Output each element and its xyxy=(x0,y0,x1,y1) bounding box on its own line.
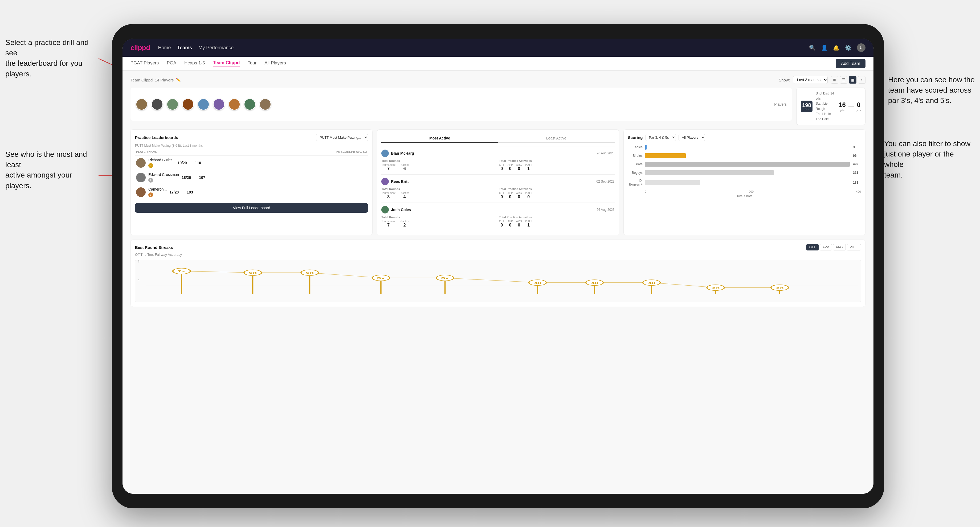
pac-practice-label-3: Total Practice Activities xyxy=(499,216,615,219)
chart-row-bogeys: Bogeys 311 xyxy=(628,170,861,175)
pac-ott-num-1: 0 xyxy=(499,167,504,171)
streaks-tab-arg[interactable]: ARG xyxy=(833,244,846,251)
view-full-leaderboard-button[interactable]: View Full Leaderboard xyxy=(135,203,368,213)
pac-app-num-1: 0 xyxy=(508,167,513,171)
chart-label-dbogeys: D. Bogeys + xyxy=(628,179,643,186)
pac-avatar-2 xyxy=(381,178,389,185)
lb-row-1[interactable]: Richard Butler... 1 19/20 110 xyxy=(135,156,368,170)
yds-num-1: 16 xyxy=(838,101,846,109)
player-avatar-8[interactable] xyxy=(244,98,256,110)
pac-rounds-label-1: Total Rounds xyxy=(381,159,497,162)
svg-text:3x: 3x xyxy=(711,287,719,289)
settings-icon[interactable]: ⚙️ xyxy=(845,44,852,51)
yds-label-1: yds xyxy=(838,109,846,112)
yds-box-2: 0 yds xyxy=(856,101,861,112)
search-icon[interactable]: 🔍 xyxy=(809,44,816,51)
lb-avatar-1 xyxy=(136,158,146,168)
lb-avatar-3 xyxy=(136,187,146,197)
pac-practice-2: Practice 4 xyxy=(400,192,409,199)
player-avatar-6[interactable] xyxy=(213,98,225,110)
x-label-0: 0 xyxy=(645,190,646,193)
team-title: Team Clippd 14 Players ✏️ xyxy=(130,78,181,82)
scoring-header: Scoring Par 3, 4 & 5s All Players xyxy=(628,134,861,141)
player-avatar-5[interactable] xyxy=(197,98,209,110)
pac-ott-num-3: 0 xyxy=(499,223,504,227)
chart-row-pars: Pars 499 xyxy=(628,162,861,167)
chart-bar-bogeys xyxy=(645,170,774,175)
annotation-right-2: You can also filter to show just one pla… xyxy=(884,138,975,180)
nav-home[interactable]: Home xyxy=(158,45,171,51)
pac-practice-num-1: 6 xyxy=(400,167,409,171)
sub-nav-tour[interactable]: Tour xyxy=(248,60,256,67)
add-team-button[interactable]: Add Team xyxy=(836,59,865,68)
shot-badge-num: 198 xyxy=(802,103,811,108)
shot-badge: 198 SC xyxy=(801,101,813,112)
scoring-card: Scoring Par 3, 4 & 5s All Players Eagles xyxy=(624,129,865,235)
players-row-container: Players 198 SC Shot Dist: 14 yds Start L… xyxy=(130,87,865,125)
chart-num-eagles: 3 xyxy=(853,145,861,149)
tab-most-active[interactable]: Most Active xyxy=(381,134,498,143)
player-avatar-7[interactable] xyxy=(229,98,240,110)
shot-badge-unit: SC xyxy=(805,108,808,110)
sub-nav-pgat[interactable]: PGAT Players xyxy=(130,60,159,67)
chart-label-eagles: Eagles xyxy=(628,145,643,149)
player-avatar-3[interactable] xyxy=(167,98,178,110)
pac-tournament-num-1: 7 xyxy=(381,167,396,171)
player-count: 14 Players xyxy=(155,78,173,82)
lb-row-3[interactable]: Cameron... 3 17/20 103 xyxy=(135,185,368,199)
bell-icon[interactable]: 🔔 xyxy=(833,44,840,51)
people-icon[interactable]: 👤 xyxy=(821,44,828,51)
pac-practice-label-1: Total Practice Activities xyxy=(499,159,615,162)
streaks-tab-ott[interactable]: OTT xyxy=(807,244,819,251)
lb-player-info-2: Edward Crossman 2 xyxy=(148,173,179,183)
streaks-tab-app[interactable]: APP xyxy=(820,244,832,251)
svg-text:5x: 5x xyxy=(441,277,449,279)
player-avatar-2[interactable] xyxy=(151,98,163,110)
pac-practice-activities-3: Total Practice Activities OTT 0 APP 0 xyxy=(499,216,615,227)
lb-player-info-1: Richard Butler... 1 xyxy=(148,158,175,168)
user-avatar[interactable]: U xyxy=(857,43,865,52)
lb-avg-2: 107 xyxy=(199,175,205,179)
pac-arg-1: ARG 0 xyxy=(516,163,522,171)
tab-least-active[interactable]: Least Active xyxy=(498,134,615,143)
sub-nav-pga[interactable]: PGA xyxy=(167,60,176,67)
pac-date-3: 26 Aug 2023 xyxy=(597,208,614,211)
tablet-frame: clippd Home Teams My Performance 🔍 👤 🔔 ⚙… xyxy=(112,24,884,508)
scoring-player-filter[interactable]: All Players xyxy=(679,134,705,141)
streaks-tab-putt[interactable]: PUTT xyxy=(847,244,861,251)
sub-nav-team[interactable]: Team Clippd xyxy=(213,60,240,67)
pac-header-1: Blair McHarg 26 Aug 2023 xyxy=(381,149,614,157)
sub-navbar: PGAT Players PGA Hcaps 1-5 Team Clippd T… xyxy=(123,57,873,71)
chart-label-bogeys: Bogeys xyxy=(628,171,643,175)
chart-bar-container-bogeys xyxy=(645,170,850,175)
chart-bar-container-dbogeys xyxy=(645,180,850,185)
sub-nav-hcaps[interactable]: Hcaps 1-5 xyxy=(184,60,205,67)
chart-num-pars: 499 xyxy=(853,162,861,166)
y-label-6: 6 xyxy=(138,260,140,263)
pac-date-2: 02 Sep 2023 xyxy=(597,179,615,183)
list-view-icon[interactable]: ☰ xyxy=(840,76,847,84)
grid-view-icon[interactable]: ⊞ xyxy=(831,76,838,84)
lb-name-3: Cameron... xyxy=(148,187,167,191)
player-avatar-9[interactable] xyxy=(259,98,271,110)
filter-icon[interactable]: ↕ xyxy=(858,76,865,84)
sub-nav-all-players[interactable]: All Players xyxy=(264,60,286,67)
pac-header-3: Josh Coles 26 Aug 2023 xyxy=(381,206,614,213)
shot-details: Shot Dist: 14 yds Start Lie: Rough End L… xyxy=(816,91,835,122)
player-avatar-4[interactable] xyxy=(182,98,194,110)
leaderboard-header: Practice Leaderboards PUTT Must Make Put… xyxy=(135,134,368,141)
lb-row-2[interactable]: Edward Crossman 2 18/20 107 xyxy=(135,170,368,185)
card-view-icon[interactable]: ▦ xyxy=(849,76,856,84)
pac-practice-activities-2: Total Practice Activities OTT 0 APP 0 xyxy=(499,187,615,199)
edit-icon[interactable]: ✏️ xyxy=(176,78,181,82)
annotation-left-1: Select a practice drill and see the lead… xyxy=(5,37,96,79)
pac-rounds-label-3: Total Rounds xyxy=(381,216,497,219)
player-avatar-1[interactable] xyxy=(136,98,148,110)
streaks-svg: 7x 6x 6x 5x 5x xyxy=(146,263,858,297)
scoring-par-filter[interactable]: Par 3, 4 & 5s xyxy=(646,134,676,141)
nav-performance[interactable]: My Performance xyxy=(199,45,234,51)
streaks-section: Best Round Streaks OTT APP ARG PUTT Off … xyxy=(130,240,865,307)
nav-teams[interactable]: Teams xyxy=(177,45,192,51)
leaderboard-dropdown[interactable]: PUTT Must Make Putting... xyxy=(316,134,368,141)
period-select[interactable]: Last 3 months xyxy=(793,76,828,84)
